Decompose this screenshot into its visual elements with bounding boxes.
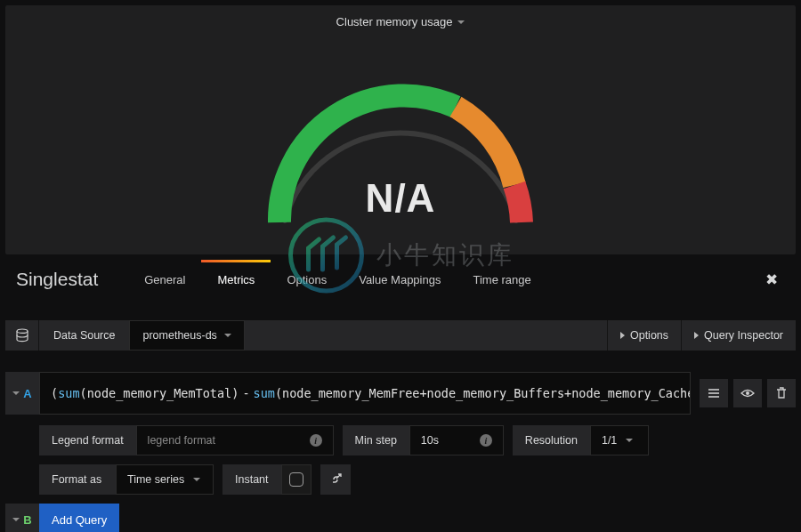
- legend-format-input[interactable]: legend format i: [136, 425, 334, 455]
- caret-down-icon: [626, 439, 633, 442]
- tab-metrics[interactable]: Metrics: [201, 260, 271, 299]
- editor-tabs: General Metrics Options Value Mappings T…: [128, 260, 547, 299]
- instant-checkbox[interactable]: [281, 464, 312, 495]
- query-toggle-b[interactable]: B: [5, 504, 39, 532]
- query-inspector-button[interactable]: Query Inspector: [681, 320, 796, 351]
- tab-options[interactable]: Options: [271, 260, 343, 299]
- svg-point-5: [746, 391, 749, 395]
- query-actions: [700, 372, 796, 415]
- resolution-select[interactable]: 1/1: [590, 425, 649, 455]
- tab-value-mappings[interactable]: Value Mappings: [343, 260, 457, 299]
- query-a-options: Legend format legend format i Min step 1…: [39, 425, 796, 495]
- query-row-a: A (sum(node_memory_MemTotal)-sum(node_me…: [5, 372, 796, 415]
- share-link-button[interactable]: [320, 464, 351, 495]
- triangle-right-icon: [694, 332, 699, 339]
- query-menu-button[interactable]: [700, 379, 728, 407]
- close-editor-icon[interactable]: ✖: [765, 270, 778, 289]
- tab-general[interactable]: General: [128, 260, 201, 299]
- tab-time-range[interactable]: Time range: [457, 260, 546, 299]
- query-row-b: B Add Query: [5, 504, 796, 532]
- info-icon[interactable]: i: [310, 434, 322, 447]
- editor-header: Singlestat General Metrics Options Value…: [0, 260, 801, 299]
- format-as-select[interactable]: Time series: [116, 464, 214, 495]
- datasource-value: prometheus-ds: [142, 329, 216, 342]
- datasource-icon: [5, 320, 39, 351]
- panel-type-title: Singlestat: [16, 269, 98, 290]
- panel-title[interactable]: Cluster memory usage: [336, 5, 465, 30]
- triangle-right-icon: [620, 332, 625, 339]
- query-delete-button[interactable]: [767, 379, 796, 407]
- query-letter-a: A: [23, 387, 31, 400]
- gauge: N/A: [231, 34, 570, 238]
- caret-down-icon: [193, 478, 200, 481]
- caret-down-icon: [12, 518, 20, 521]
- query-letter-b: B: [23, 513, 31, 527]
- caret-down-icon: [457, 20, 465, 24]
- datasource-label: Data Source: [39, 320, 129, 351]
- query-options-button[interactable]: Options: [607, 320, 681, 351]
- caret-down-icon: [12, 391, 20, 395]
- min-step-label: Min step: [343, 425, 409, 455]
- panel-title-text: Cluster memory usage: [336, 15, 453, 28]
- format-as-label: Format as: [39, 464, 116, 495]
- query-visibility-button[interactable]: [733, 379, 762, 407]
- query-expression-input[interactable]: (sum(node_memory_MemTotal)-sum(node_memo…: [39, 372, 691, 415]
- info-icon[interactable]: i: [480, 434, 492, 447]
- resolution-label: Resolution: [513, 425, 590, 455]
- gauge-value: N/A: [366, 176, 436, 221]
- svg-point-1: [17, 329, 28, 333]
- query-toggle-a[interactable]: A: [5, 372, 39, 415]
- datasource-bar: Data Source prometheus-ds Options Query …: [5, 320, 796, 351]
- instant-label: Instant: [222, 464, 281, 495]
- add-query-button[interactable]: Add Query: [39, 504, 119, 532]
- min-step-input[interactable]: 10s i: [409, 425, 504, 455]
- singlestat-panel: Cluster memory usage N/A: [5, 5, 796, 254]
- caret-down-icon: [224, 334, 231, 337]
- legend-format-label: Legend format: [39, 425, 136, 455]
- datasource-select[interactable]: prometheus-ds: [129, 320, 244, 351]
